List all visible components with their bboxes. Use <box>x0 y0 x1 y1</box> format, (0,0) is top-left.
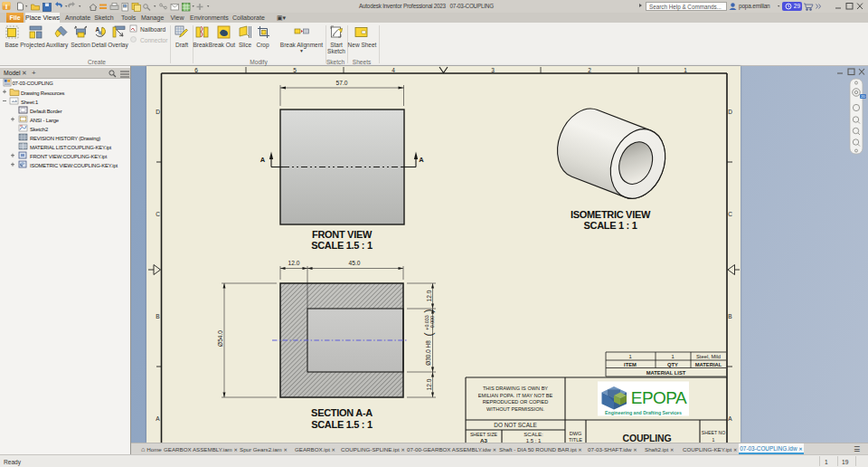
svg-text:): ) <box>422 310 435 313</box>
svg-text:SECTION A-A: SECTION A-A <box>311 407 373 418</box>
svg-text:A: A <box>156 415 160 422</box>
svg-text:D: D <box>156 109 160 115</box>
svg-text:1: 1 <box>712 437 715 443</box>
svg-text:COUPLING: COUPLING <box>623 433 672 443</box>
svg-text:MATERIAL: MATERIAL <box>695 362 722 367</box>
svg-text:B: B <box>156 313 159 319</box>
svg-text:EPOPA: EPOPA <box>631 388 687 407</box>
svg-text:2D: 2D <box>861 94 865 99</box>
svg-text:SCALE 1 : 1: SCALE 1 : 1 <box>583 220 637 231</box>
svg-text:EMILIAN POPA. IT MAY NOT BE: EMILIAN POPA. IT MAY NOT BE <box>478 393 553 398</box>
svg-text:1: 1 <box>671 354 674 359</box>
svg-text:Ø54.0: Ø54.0 <box>217 330 223 347</box>
svg-text:SHEET NO: SHEET NO <box>702 430 725 435</box>
svg-text:WITHOUT PERMISSION.: WITHOUT PERMISSION. <box>486 406 545 412</box>
svg-text:C: C <box>728 211 732 217</box>
svg-text:ITEM: ITEM <box>624 362 637 367</box>
svg-text:45.0: 45.0 <box>349 260 361 266</box>
svg-text:12.0: 12.0 <box>426 290 432 301</box>
svg-text:A: A <box>260 156 266 164</box>
svg-text:A: A <box>728 415 732 422</box>
svg-text:1: 1 <box>628 354 631 359</box>
svg-text:57.0: 57.0 <box>336 80 348 86</box>
svg-text:3: 3 <box>491 67 495 73</box>
svg-text:(: ( <box>422 333 435 337</box>
svg-text:Steel, Mild: Steel, Mild <box>696 354 721 359</box>
svg-text:Engineering and Drafting Servi: Engineering and Drafting Services <box>605 410 682 415</box>
svg-text:SCALE 1.5 : 1: SCALE 1.5 : 1 <box>311 419 373 430</box>
svg-text:DO NOT SCALE: DO NOT SCALE <box>494 422 536 428</box>
svg-text:B: B <box>728 313 731 319</box>
svg-text:4: 4 <box>392 67 395 73</box>
svg-text:2: 2 <box>588 67 591 73</box>
svg-text:QTY: QTY <box>667 362 678 367</box>
svg-text:C: C <box>156 211 160 217</box>
svg-text:REPRODUCED OR COPIED: REPRODUCED OR COPIED <box>483 399 549 405</box>
svg-text:12.0: 12.0 <box>288 260 300 266</box>
svg-text:6: 6 <box>194 67 198 73</box>
svg-text:FRONT VIEW: FRONT VIEW <box>312 229 373 240</box>
svg-text:-0.000: -0.000 <box>429 316 435 329</box>
svg-text:ISOMETRIC VIEW: ISOMETRIC VIEW <box>571 209 651 220</box>
svg-text:THIS DRAWING IS OWN BY: THIS DRAWING IS OWN BY <box>483 386 548 391</box>
svg-text:DWG: DWG <box>570 431 582 436</box>
svg-text:12.0: 12.0 <box>426 378 432 390</box>
svg-text:1: 1 <box>684 67 687 73</box>
svg-text:SCALE 1.5 : 1: SCALE 1.5 : 1 <box>311 240 373 251</box>
svg-text:5: 5 <box>293 67 297 73</box>
svg-text:D: D <box>728 109 732 115</box>
svg-text:A: A <box>419 156 424 164</box>
svg-text:SCALE:: SCALE: <box>524 432 543 437</box>
svg-text:Ø30.0 H8: Ø30.0 H8 <box>425 340 431 366</box>
svg-text:MATERIAL LIST: MATERIAL LIST <box>646 370 686 376</box>
